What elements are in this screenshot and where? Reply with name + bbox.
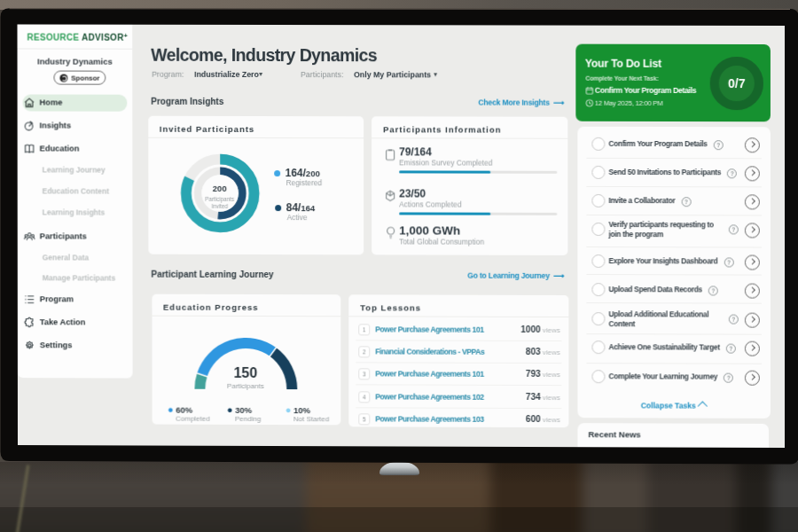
svg-text:0/7: 0/7 — [728, 76, 746, 90]
